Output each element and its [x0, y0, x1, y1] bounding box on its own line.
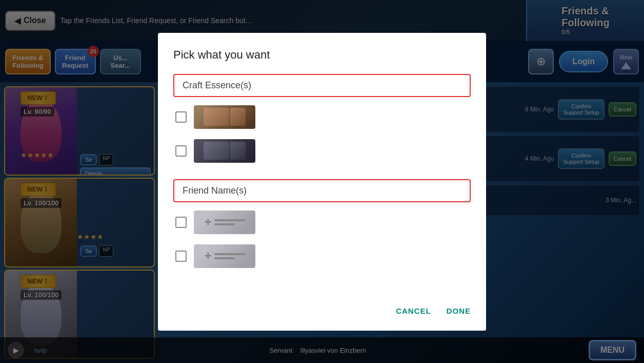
- friend-name-row-1: ✛: [173, 211, 471, 234]
- modal-dialog: Pick what you want Craft Essence(s): [158, 33, 486, 331]
- craft-essence-row-2: [173, 139, 471, 163]
- friend-name-image-1: ✛: [194, 211, 255, 234]
- section-friend-names: Friend Name(s): [173, 179, 471, 202]
- crosshair-icon-1: ✛: [205, 217, 211, 227]
- name-line-1b: [214, 223, 235, 225]
- craft-essence-image-2: [194, 139, 255, 163]
- craft-essence-row-1: [173, 105, 471, 129]
- done-button[interactable]: DONE: [447, 307, 471, 315]
- crosshair-icon-2: ✛: [205, 251, 211, 261]
- checkbox-fn-2[interactable]: [175, 251, 187, 262]
- name-line-1a: [214, 219, 245, 221]
- cancel-button[interactable]: CANCEL: [396, 307, 431, 315]
- checkbox-fn-1[interactable]: [175, 217, 187, 228]
- friend-name-row-2: ✛: [173, 244, 471, 268]
- name-line-2a: [214, 253, 245, 255]
- section-craft-essence: Craft Essence(s): [173, 74, 471, 97]
- modal-footer: CANCEL DONE: [173, 296, 471, 315]
- craft-essence-image-1: [194, 105, 255, 129]
- friend-name-image-2: ✛: [194, 244, 255, 268]
- checkbox-ce-1[interactable]: [175, 111, 187, 123]
- checkbox-ce-2[interactable]: [175, 145, 187, 157]
- modal-overlay: Pick what you want Craft Essence(s): [0, 0, 644, 363]
- name-line-2b: [214, 257, 235, 259]
- modal-title: Pick what you want: [173, 48, 471, 62]
